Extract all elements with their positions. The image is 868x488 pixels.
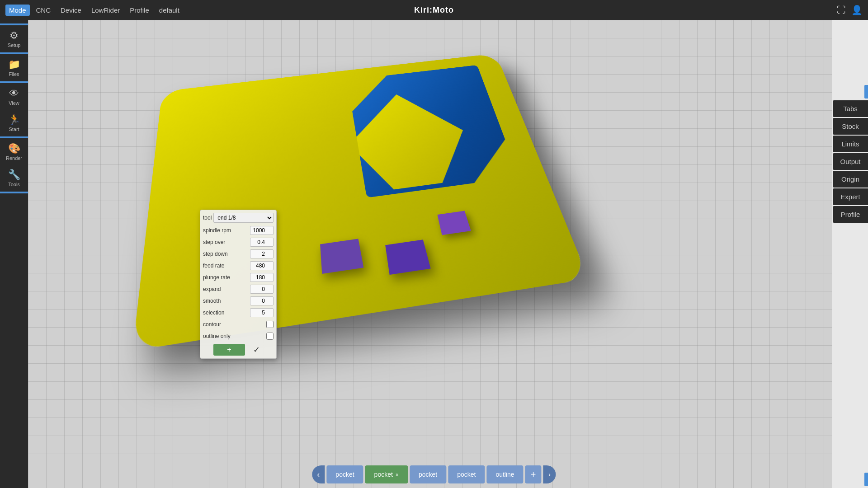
sidebar-item-start[interactable]: 🏃 Start — [2, 110, 26, 136]
topbar-icons: ⛶ 👤 — [837, 5, 863, 15]
right-expert[interactable]: Expert — [833, 188, 868, 205]
step-down-row: step down — [203, 249, 274, 259]
tab-bracket-right: › — [543, 465, 556, 483]
selection-label: selection — [203, 310, 250, 316]
bottom-tabs: ‹ pocket pocket pocket pocket outline + … — [312, 465, 556, 483]
step-over-input[interactable] — [250, 238, 274, 247]
sidebar-bar-1 — [0, 52, 28, 54]
render-icon: 🎨 — [8, 143, 20, 155]
selection-row: selection — [203, 308, 274, 318]
sidebar-item-files[interactable]: 📁 Files — [2, 55, 26, 80]
outline-only-checkbox[interactable] — [266, 333, 274, 340]
spindle-rpm-input[interactable] — [250, 226, 274, 235]
sidebar: ⚙ Setup 📁 Files 👁 View 🏃 Start 🎨 Render … — [0, 20, 28, 488]
tab-pocket-2-active[interactable]: pocket — [365, 465, 408, 483]
feed-rate-label: feed rate — [203, 263, 250, 269]
tool-label: tool — [203, 215, 212, 221]
tab-bracket-left: ‹ — [312, 465, 325, 483]
plunge-rate-label: plunge rate — [203, 274, 250, 281]
model-block-2 — [385, 239, 431, 275]
tab-pocket-3[interactable]: pocket — [410, 465, 446, 483]
model-blue-inset — [347, 65, 519, 198]
model-block-1 — [320, 239, 363, 274]
tools-icon: 🔧 — [8, 169, 20, 181]
tab-pocket-4[interactable]: pocket — [448, 465, 485, 483]
topbar-default[interactable]: default — [156, 5, 183, 16]
contour-row: contour — [203, 319, 274, 329]
plunge-rate-row: plunge rate — [203, 272, 274, 282]
sidebar-bar-bottom — [0, 192, 28, 193]
topbar-cnc[interactable]: CNC — [33, 5, 55, 16]
contour-label: contour — [203, 321, 266, 328]
contour-checkbox[interactable] — [266, 321, 274, 328]
step-over-label: step over — [203, 239, 250, 245]
topbar-device[interactable]: Device — [57, 5, 85, 16]
user-icon[interactable]: 👤 — [851, 5, 863, 15]
app-title: Kiri:Moto — [414, 5, 454, 15]
step-down-input[interactable] — [250, 249, 274, 258]
tab-pocket-1[interactable]: pocket — [326, 465, 363, 483]
step-over-row: step over — [203, 237, 274, 247]
sidebar-start-label: Start — [9, 127, 19, 132]
sidebar-bar-top — [0, 23, 28, 25]
right-stock[interactable]: Stock — [833, 118, 868, 135]
selection-input[interactable] — [250, 308, 274, 317]
sidebar-item-tools[interactable]: 🔧 Tools — [2, 165, 26, 191]
sidebar-item-view[interactable]: 👁 View — [2, 84, 26, 109]
sidebar-item-render[interactable]: 🎨 Render — [2, 139, 26, 164]
step-down-label: step down — [203, 251, 250, 257]
add-button[interactable]: + — [213, 344, 245, 356]
right-tabs[interactable]: Tabs — [833, 100, 868, 117]
settings-panel: tool end 1/8 spindle rpm step over step … — [200, 210, 277, 359]
tab-outline[interactable]: outline — [486, 465, 523, 483]
smooth-label: smooth — [203, 298, 250, 304]
sidebar-render-label: Render — [6, 155, 22, 161]
spindle-rpm-label: spindle rpm — [203, 227, 250, 234]
expand-label: expand — [203, 286, 250, 292]
right-bar-top — [864, 85, 868, 99]
expand-input[interactable] — [250, 285, 274, 294]
tool-select[interactable]: end 1/8 — [213, 213, 274, 223]
fullscreen-icon[interactable]: ⛶ — [837, 5, 846, 15]
outline-only-label: outline only — [203, 333, 266, 339]
smooth-input[interactable] — [250, 296, 274, 305]
smooth-row: smooth — [203, 296, 274, 306]
setup-icon: ⚙ — [9, 30, 19, 42]
rightsidebar: Tabs Stock Limits Output Origin Expert P… — [832, 20, 868, 488]
tab-add-button[interactable]: + — [525, 465, 542, 483]
ok-button[interactable]: ✓ — [250, 344, 263, 356]
sidebar-view-label: View — [9, 100, 19, 106]
view-icon: 👁 — [9, 88, 19, 99]
right-origin[interactable]: Origin — [833, 171, 868, 188]
topbar: Mode CNC Device LowRider Profile default… — [0, 0, 868, 20]
tool-row: tool end 1/8 — [203, 213, 274, 223]
spindle-rpm-row: spindle rpm — [203, 225, 274, 235]
files-icon: 📁 — [8, 59, 20, 70]
model-block-3 — [437, 211, 471, 235]
topbar-profile[interactable]: Profile — [126, 5, 153, 16]
right-limits[interactable]: Limits — [833, 136, 868, 152]
outline-only-row: outline only — [203, 331, 274, 341]
topbar-lowrider[interactable]: LowRider — [88, 5, 123, 16]
feed-rate-input[interactable] — [250, 261, 274, 270]
plunge-rate-input[interactable] — [250, 273, 274, 282]
right-bar-bottom — [864, 473, 868, 486]
viewport[interactable]: tool end 1/8 spindle rpm step over step … — [28, 20, 832, 488]
sidebar-setup-label: Setup — [8, 42, 21, 48]
sidebar-files-label: Files — [9, 71, 19, 77]
topbar-mode[interactable]: Mode — [5, 5, 30, 16]
sidebar-item-setup[interactable]: ⚙ Setup — [2, 26, 26, 52]
sidebar-bar-2 — [0, 81, 28, 83]
right-profile[interactable]: Profile — [833, 206, 868, 223]
model-yellow-shape — [342, 88, 478, 194]
sidebar-tools-label: Tools — [8, 182, 20, 187]
right-output[interactable]: Output — [833, 153, 868, 170]
start-icon: 🏃 — [8, 114, 20, 126]
sidebar-bar-3 — [0, 136, 28, 138]
panel-actions: + ✓ — [203, 344, 274, 356]
feed-rate-row: feed rate — [203, 261, 274, 271]
expand-row: expand — [203, 284, 274, 294]
